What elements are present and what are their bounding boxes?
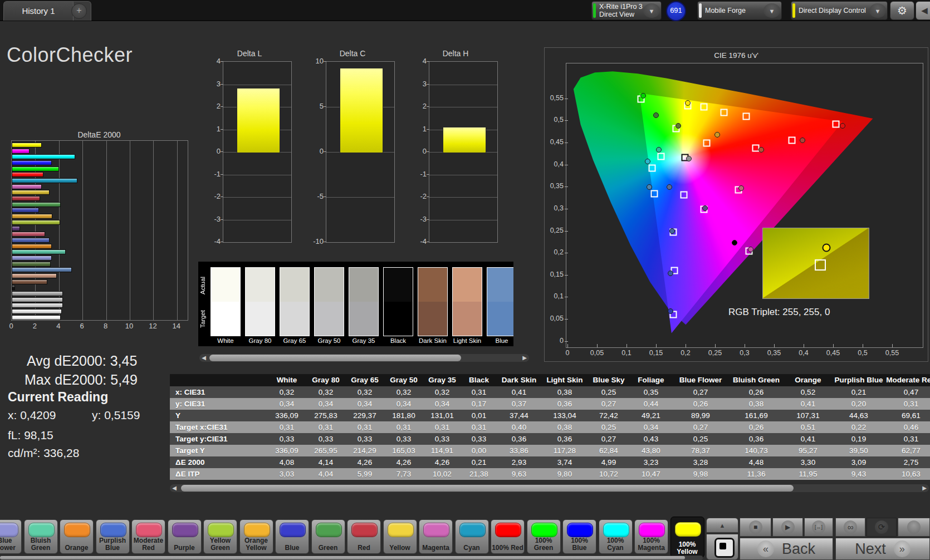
- display-control-dropdown[interactable]: Direct Display Control ▼: [791, 1, 888, 20]
- de-bar-orange-yellow: [12, 214, 52, 219]
- back-button[interactable]: « Back: [740, 538, 833, 560]
- de-bar-black: [12, 285, 15, 290]
- swatch-target: [349, 302, 378, 336]
- pattern-magenta[interactable]: Magenta: [419, 519, 453, 554]
- swatch-strip-scrollbar[interactable]: ◀ ▶: [199, 354, 529, 362]
- pattern-scrollbar-thumb[interactable]: [0, 556, 685, 559]
- collapse-panel-icon[interactable]: ◀: [916, 1, 930, 20]
- max-de2000-readout: Max dE2000: 5,49: [25, 372, 138, 388]
- measurement-count-badge[interactable]: 691: [666, 1, 686, 21]
- y-tick-label: 0: [207, 147, 221, 155]
- table-scrollbar-thumb[interactable]: [181, 485, 794, 492]
- pattern-source-label: Mobile Forge: [702, 7, 763, 14]
- record-button[interactable]: [898, 518, 930, 537]
- pattern-blue[interactable]: Blue: [275, 519, 309, 554]
- cie-y-tick: [565, 165, 568, 165]
- swatch-gray-80[interactable]: [245, 267, 275, 336]
- table-cell: 4,14: [306, 456, 345, 468]
- y-tick: [221, 106, 223, 107]
- pattern-label: Blue: [276, 544, 309, 552]
- y-tick: [221, 219, 223, 220]
- scroll-right-icon[interactable]: ▶: [520, 354, 529, 362]
- pattern-red[interactable]: Red: [347, 519, 381, 554]
- pattern-bar-up-button[interactable]: ▲: [706, 518, 738, 533]
- table-scrollbar[interactable]: ◀ ▶: [170, 484, 929, 492]
- gear-icon[interactable]: ⚙: [890, 1, 914, 20]
- swatch-scrollbar-thumb[interactable]: [209, 355, 461, 361]
- step-pattern-button[interactable]: [↔]: [804, 518, 833, 537]
- pattern-window-button[interactable]: [706, 534, 738, 560]
- loop-button[interactable]: ∞: [835, 518, 865, 537]
- swatch-light-skin[interactable]: [452, 267, 482, 336]
- cdm2-readout: cd/m²: 336,28: [8, 446, 79, 460]
- stop-button[interactable]: ■: [740, 518, 771, 537]
- tab-history-1[interactable]: History 1: [3, 1, 74, 21]
- continuous-measure-button[interactable]: ⟳: [867, 518, 897, 537]
- rgb-triplet-readout: RGB Triplet: 255, 255, 0: [728, 307, 884, 318]
- table-cell: 4,48: [728, 456, 784, 468]
- meter-dropdown[interactable]: X-Rite i1Pro 3Direct View ▼: [591, 1, 662, 20]
- swatch-actual: [418, 268, 447, 302]
- swatch-target: [384, 302, 413, 336]
- pattern-color-chip: [495, 523, 521, 537]
- pattern-source-dropdown[interactable]: Mobile Forge ▼: [697, 1, 782, 20]
- scroll-left-icon[interactable]: ◀: [170, 484, 179, 492]
- pattern-100-cyan[interactable]: 100% Cyan: [599, 519, 633, 554]
- table-cell: 5,99: [345, 468, 384, 480]
- swatch-white[interactable]: [211, 267, 241, 336]
- swatch-blue[interactable]: [487, 267, 513, 336]
- cie-title: CIE 1976 u'v': [545, 51, 928, 60]
- de-bar-light-skin: [12, 273, 57, 278]
- table-cell: 0,52: [784, 386, 832, 398]
- pattern-purple[interactable]: Purple: [168, 519, 202, 554]
- loop-icon: ∞: [844, 520, 857, 534]
- pattern-100-blue[interactable]: 100% Blue: [562, 519, 596, 554]
- cie-y-tick: [565, 341, 568, 342]
- swatch-dark-skin[interactable]: [418, 267, 448, 336]
- cie-x-tick-label: 0,05: [590, 349, 604, 357]
- play-button[interactable]: ▶: [772, 518, 803, 537]
- pattern-green[interactable]: Green: [311, 519, 345, 554]
- swatch-black[interactable]: [383, 267, 413, 336]
- table-row: x: CIE310,320,320,320,320,320,310,410,38…: [170, 386, 930, 398]
- scroll-left-icon[interactable]: ◀: [199, 354, 208, 362]
- add-tab-button[interactable]: +: [71, 3, 87, 19]
- gridline: [223, 197, 291, 198]
- table-cell: 0,01: [461, 410, 497, 421]
- pattern-100-magenta[interactable]: 100% Magenta: [634, 519, 668, 554]
- pattern-orange[interactable]: Orange: [60, 519, 94, 554]
- cie-x-tick: [833, 344, 834, 347]
- pattern-orange-yellow[interactable]: Orange Yellow: [239, 519, 273, 554]
- pattern-yellow-green[interactable]: Yellow Green: [203, 519, 237, 554]
- pattern-100-yellow[interactable]: 100% Yellow: [670, 517, 704, 558]
- x-tick-label: 10: [125, 322, 133, 330]
- pattern-label: Orange: [60, 544, 93, 552]
- de-bar-yellow: [12, 190, 50, 195]
- pattern-moderate-red[interactable]: Moderate Red: [131, 519, 165, 554]
- delta-bar: [237, 88, 280, 153]
- next-button[interactable]: Next »: [835, 538, 930, 560]
- target-point-marker: [815, 259, 826, 271]
- pattern-bluish-green[interactable]: Bluish Green: [24, 519, 58, 554]
- pattern-yellow[interactable]: Yellow: [383, 519, 417, 554]
- target-marker: [703, 139, 711, 146]
- pattern-100-green[interactable]: 100% Green: [527, 519, 561, 554]
- table-cell: 3,23: [629, 456, 673, 468]
- pattern-bar-scrollbar[interactable]: [0, 556, 703, 560]
- swatch-gray-50[interactable]: [314, 267, 344, 336]
- cie-y-tick: [565, 209, 568, 209]
- table-cell: 4,04: [306, 468, 345, 480]
- gridline: [82, 141, 83, 320]
- swatch-target: [453, 302, 482, 336]
- pattern-cyan[interactable]: Cyan: [455, 519, 489, 554]
- y-tick-label: 1: [207, 125, 221, 133]
- row-label: y: CIE31: [170, 398, 267, 410]
- pattern-purplish-blue[interactable]: Purplish Blue: [96, 519, 130, 554]
- swatch-gray-35[interactable]: [349, 267, 379, 336]
- y-tick-label: 2: [207, 102, 221, 110]
- pattern-blue-flower[interactable]: Blue Flower: [0, 519, 22, 554]
- actual-axis-label: Actual: [199, 269, 207, 302]
- swatch-gray-65[interactable]: [280, 267, 310, 336]
- scroll-right-icon[interactable]: ▶: [920, 484, 929, 492]
- pattern-100-red[interactable]: 100% Red: [491, 519, 525, 554]
